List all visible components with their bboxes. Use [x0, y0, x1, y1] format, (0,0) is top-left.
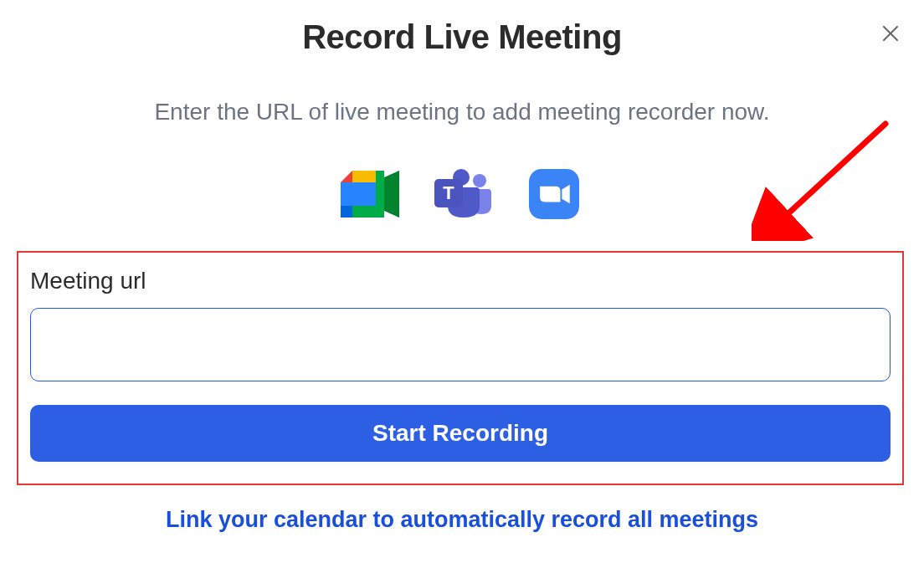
meeting-url-form: Meeting url Start Recording — [17, 251, 904, 485]
start-recording-button[interactable]: Start Recording — [30, 405, 891, 462]
google-meet-icon — [341, 169, 399, 219]
dialog-subtitle: Enter the URL of live meeting to add mee… — [0, 99, 924, 125]
svg-text:T: T — [443, 182, 454, 203]
svg-rect-9 — [341, 182, 352, 206]
meeting-url-input[interactable] — [30, 308, 891, 381]
svg-rect-8 — [352, 206, 376, 218]
microsoft-teams-icon: T — [433, 169, 491, 219]
link-calendar-link[interactable]: Link your calendar to automatically reco… — [0, 507, 924, 533]
provider-icons-row: T — [0, 164, 924, 224]
dialog-title: Record Live Meeting — [0, 18, 924, 56]
svg-point-11 — [473, 174, 486, 187]
zoom-icon — [525, 169, 583, 219]
svg-rect-7 — [352, 171, 376, 182]
meeting-url-label: Meeting url — [30, 268, 891, 294]
